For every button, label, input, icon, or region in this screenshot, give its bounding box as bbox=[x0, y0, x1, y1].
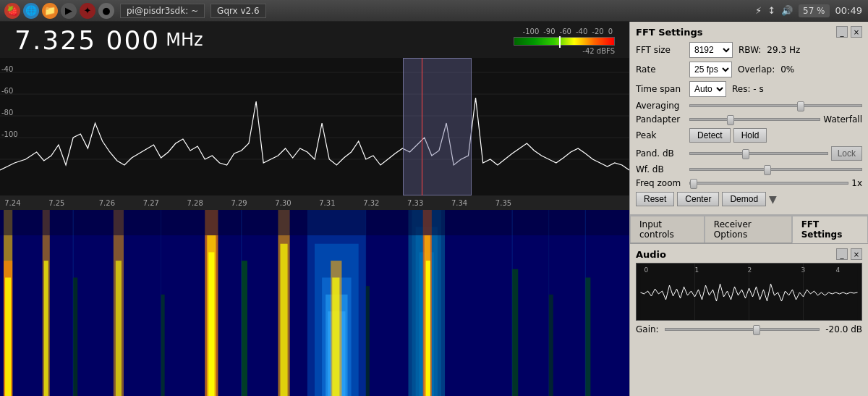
freq-tick-7: 7.30 bbox=[275, 199, 291, 207]
freq-zoom-value: 1x bbox=[851, 178, 862, 188]
audio-waveform-svg: 0 1 2 3 4 bbox=[637, 264, 861, 321]
fft-settings-title: FFT Settings bbox=[636, 27, 703, 38]
fft-size-label: FFT size bbox=[636, 45, 686, 55]
db-label-60: -60 bbox=[1, 87, 13, 95]
waterfall-svg bbox=[0, 210, 629, 396]
freq-tick-9: 7.32 bbox=[363, 199, 379, 207]
center-line bbox=[422, 58, 422, 195]
db-label-100: -100 bbox=[1, 130, 18, 138]
detect-button[interactable]: Detect bbox=[689, 128, 731, 143]
freq-tick-8: 7.31 bbox=[319, 199, 335, 207]
system-tray: ⚡ ↕ 🔊 57 % 00:49 bbox=[755, 4, 868, 17]
fft-settings-titlebar: FFT Settings _ × bbox=[636, 26, 862, 38]
waterfall-label: Waterfall bbox=[823, 114, 862, 125]
tab-bar: Input controls Receiver Options FFT Sett… bbox=[630, 215, 868, 244]
freq-tick-3: 7.26 bbox=[99, 199, 115, 207]
pandapter-slider[interactable] bbox=[689, 114, 820, 125]
rate-select[interactable]: 25 fps 10 fps 50 fps bbox=[689, 62, 732, 77]
svg-rect-9 bbox=[5, 277, 11, 396]
svg-text:4: 4 bbox=[836, 266, 841, 274]
rbw-value: 29.3 Hz bbox=[767, 45, 800, 55]
svg-rect-43 bbox=[242, 261, 247, 396]
pandapter-label: Pandapter bbox=[636, 114, 686, 125]
timespan-row: Time span Auto 1 s 5 s Res: - s bbox=[636, 81, 862, 97]
freq-zoom-slider[interactable] bbox=[689, 178, 848, 188]
audio-title: Audio bbox=[636, 249, 666, 260]
fft-spectrum-svg bbox=[0, 58, 629, 195]
terminal-tab[interactable]: pi@pisdr3sdk: ~ bbox=[120, 4, 205, 18]
peak-label: Peak bbox=[636, 130, 686, 140]
panel-window-controls: _ × bbox=[836, 26, 862, 38]
fft-settings-panel: FFT Settings _ × FFT size 8192 4096 1638… bbox=[630, 22, 868, 215]
signal-strength-bar: -100 -90 -60 -40 -20 0 -42 dBFS bbox=[514, 28, 615, 55]
svg-text:0: 0 bbox=[644, 266, 649, 274]
svg-text:2: 2 bbox=[748, 266, 752, 274]
timespan-label: Time span bbox=[636, 84, 686, 94]
audio-panel: Audio _ × 0 1 2 3 4 bbox=[630, 244, 868, 396]
lock-button[interactable]: Lock bbox=[831, 146, 862, 161]
audio-minimize-btn[interactable]: _ bbox=[836, 248, 848, 260]
svg-rect-25 bbox=[332, 277, 339, 396]
fft-plot[interactable]: -40 -60 -80 -100 bbox=[0, 58, 629, 195]
freq-tick-5: 7.28 bbox=[187, 199, 203, 207]
circle-icon[interactable]: ● bbox=[98, 3, 114, 19]
reset-button[interactable]: Reset bbox=[636, 192, 674, 206]
svg-rect-46 bbox=[549, 295, 553, 396]
bluetooth-icon: ⚡ bbox=[755, 5, 762, 16]
tab-receiver-options[interactable]: Receiver Options bbox=[705, 216, 792, 243]
gqrx-tab[interactable]: Gqrx v2.6 bbox=[210, 4, 266, 18]
tab-input-controls[interactable]: Input controls bbox=[630, 216, 705, 243]
db-label-40: -40 bbox=[1, 65, 13, 73]
db-label-80: -80 bbox=[1, 109, 13, 117]
svg-rect-47 bbox=[585, 277, 590, 396]
folder-icon[interactable]: 📁 bbox=[42, 3, 58, 19]
pand-db-slider[interactable] bbox=[689, 148, 828, 159]
terminal-icon[interactable]: ▶ bbox=[61, 3, 77, 19]
svg-rect-11 bbox=[44, 261, 48, 396]
averaging-slider[interactable] bbox=[689, 101, 862, 111]
wf-db-slider[interactable] bbox=[689, 164, 862, 174]
svg-rect-45 bbox=[512, 269, 518, 396]
freq-tick-11: 7.34 bbox=[451, 199, 467, 207]
fft-size-select[interactable]: 8192 4096 16384 bbox=[689, 42, 733, 58]
center-button[interactable]: Center bbox=[677, 192, 719, 206]
svg-rect-41 bbox=[73, 277, 77, 396]
pand-db-label: Pand. dB bbox=[636, 148, 686, 159]
freq-tick-12: 7.35 bbox=[495, 199, 511, 207]
res-value: Res: - s bbox=[732, 84, 764, 94]
hold-button[interactable]: Hold bbox=[733, 128, 767, 143]
rate-row: Rate 25 fps 10 fps 50 fps Overlap: 0% bbox=[636, 62, 862, 77]
pandapter-row: Pandapter Waterfall bbox=[636, 114, 862, 125]
demod-button[interactable]: Demod bbox=[722, 192, 766, 206]
network-icon: ↕ bbox=[767, 5, 775, 16]
timespan-select[interactable]: Auto 1 s 5 s bbox=[689, 81, 726, 97]
minimize-btn[interactable]: _ bbox=[836, 26, 848, 38]
svg-rect-13 bbox=[116, 261, 122, 396]
audio-titlebar: Audio _ × bbox=[636, 248, 862, 260]
more-arrow[interactable]: ▼ bbox=[769, 193, 777, 205]
audio-close-btn[interactable]: × bbox=[851, 248, 862, 260]
gain-slider[interactable] bbox=[665, 324, 820, 334]
frequency-unit: MHz bbox=[166, 30, 203, 50]
raspberry-icon[interactable]: 🍓 bbox=[4, 3, 20, 19]
svg-rect-42 bbox=[161, 295, 165, 396]
pand-db-row: Pand. dB Lock bbox=[636, 146, 862, 161]
titlebar: 🍓 🌐 📁 ▶ ✦ ● pi@pisdr3sdk: ~ Gqrx v2.6 ⚡ … bbox=[0, 0, 868, 22]
signal-meter bbox=[514, 37, 615, 46]
svg-rect-33 bbox=[0, 210, 629, 235]
waterfall[interactable] bbox=[0, 210, 629, 396]
gain-row: Gain: -20.0 dB bbox=[636, 324, 862, 334]
close-btn[interactable]: × bbox=[851, 26, 862, 38]
tab-fft-settings[interactable]: FFT Settings bbox=[792, 216, 868, 243]
freq-tick-2: 7.25 bbox=[48, 199, 64, 207]
star-icon[interactable]: ✦ bbox=[80, 3, 95, 19]
rbw-label: RBW: bbox=[739, 45, 761, 55]
gain-value: -20.0 dB bbox=[825, 324, 862, 334]
clock: 00:49 bbox=[835, 5, 862, 16]
browser-icon[interactable]: 🌐 bbox=[23, 3, 39, 19]
frequency-value: 7.325 000 bbox=[14, 25, 160, 55]
rate-label: Rate bbox=[636, 64, 686, 75]
svg-text:1: 1 bbox=[695, 266, 699, 274]
signal-dbfs: -42 dBFS bbox=[582, 47, 615, 55]
freq-tick-1: 7.24 bbox=[4, 199, 20, 207]
